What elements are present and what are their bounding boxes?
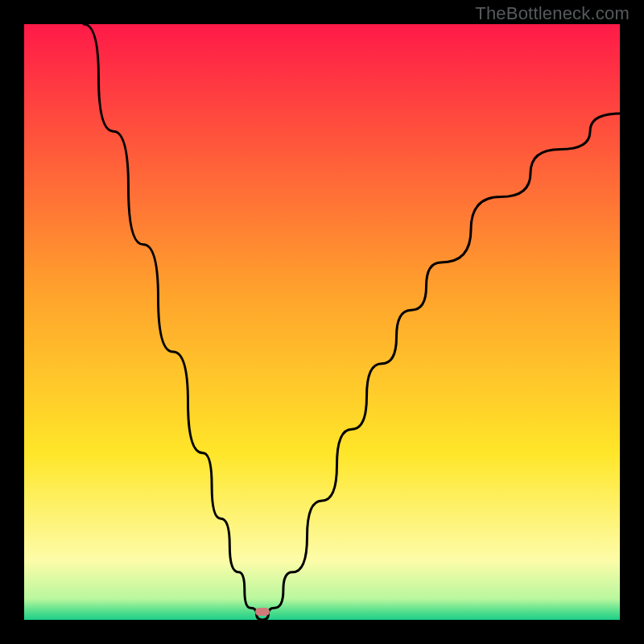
watermark-text: TheBottleneck.com bbox=[475, 3, 630, 24]
chart-frame: TheBottleneck.com bbox=[0, 0, 644, 644]
optimal-point-marker bbox=[255, 608, 270, 616]
bottleneck-curve bbox=[24, 24, 620, 620]
plot-area bbox=[24, 24, 620, 620]
